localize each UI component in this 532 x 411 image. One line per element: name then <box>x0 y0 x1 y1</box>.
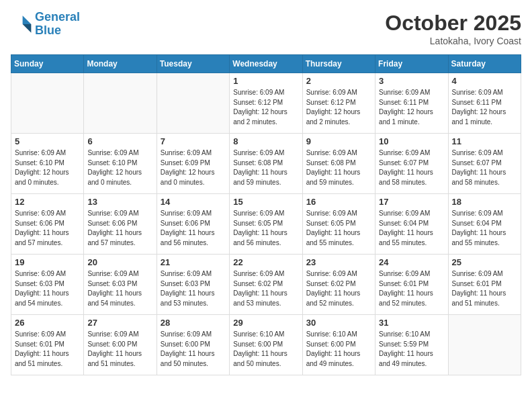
day-info: Sunrise: 6:09 AM Sunset: 6:11 PM Dayligh… <box>452 88 517 127</box>
day-info: Sunrise: 6:09 AM Sunset: 6:07 PM Dayligh… <box>379 148 444 187</box>
calendar-cell <box>11 73 84 134</box>
day-number: 10 <box>379 136 444 146</box>
day-info: Sunrise: 6:09 AM Sunset: 6:01 PM Dayligh… <box>379 269 444 308</box>
logo-text: General Blue <box>35 11 80 38</box>
calendar-cell: 11Sunrise: 6:09 AM Sunset: 6:07 PM Dayli… <box>448 134 521 194</box>
day-number: 20 <box>87 257 152 267</box>
title-area: October 2025 Latokaha, Ivory Coast <box>385 11 521 46</box>
day-number: 7 <box>161 136 226 146</box>
calendar-cell: 24Sunrise: 6:09 AM Sunset: 6:01 PM Dayli… <box>375 255 448 315</box>
days-of-week-row: SundayMondayTuesdayWednesdayThursdayFrid… <box>11 55 521 73</box>
day-number: 22 <box>233 257 298 267</box>
calendar-cell: 5Sunrise: 6:09 AM Sunset: 6:10 PM Daylig… <box>11 134 84 194</box>
calendar-cell: 3Sunrise: 6:09 AM Sunset: 6:11 PM Daylig… <box>375 73 448 134</box>
day-info: Sunrise: 6:09 AM Sunset: 6:07 PM Dayligh… <box>452 148 517 187</box>
day-number: 2 <box>306 76 371 86</box>
calendar-cell: 19Sunrise: 6:09 AM Sunset: 6:03 PM Dayli… <box>11 255 84 315</box>
day-number: 29 <box>233 318 298 328</box>
day-info: Sunrise: 6:09 AM Sunset: 6:00 PM Dayligh… <box>87 330 152 369</box>
day-number: 16 <box>306 197 371 207</box>
day-info: Sunrise: 6:09 AM Sunset: 6:03 PM Dayligh… <box>87 269 152 308</box>
day-info: Sunrise: 6:09 AM Sunset: 6:09 PM Dayligh… <box>161 148 226 187</box>
day-info: Sunrise: 6:09 AM Sunset: 6:01 PM Dayligh… <box>15 330 80 369</box>
logo: General Blue <box>11 11 80 38</box>
day-info: Sunrise: 6:10 AM Sunset: 6:00 PM Dayligh… <box>233 330 298 369</box>
calendar-table: SundayMondayTuesdayWednesdayThursdayFrid… <box>11 54 521 375</box>
day-info: Sunrise: 6:09 AM Sunset: 6:08 PM Dayligh… <box>233 148 298 187</box>
calendar-cell: 21Sunrise: 6:09 AM Sunset: 6:03 PM Dayli… <box>157 255 229 315</box>
calendar-cell: 26Sunrise: 6:09 AM Sunset: 6:01 PM Dayli… <box>11 315 84 375</box>
calendar-cell: 2Sunrise: 6:09 AM Sunset: 6:12 PM Daylig… <box>302 73 375 134</box>
calendar-cell: 12Sunrise: 6:09 AM Sunset: 6:06 PM Dayli… <box>11 194 84 255</box>
day-info: Sunrise: 6:09 AM Sunset: 6:00 PM Dayligh… <box>161 330 226 369</box>
day-of-week-header: Saturday <box>448 55 521 73</box>
day-number: 31 <box>379 318 444 328</box>
day-number: 25 <box>452 257 517 267</box>
day-info: Sunrise: 6:09 AM Sunset: 6:03 PM Dayligh… <box>161 269 226 308</box>
calendar-cell: 22Sunrise: 6:09 AM Sunset: 6:02 PM Dayli… <box>230 255 302 315</box>
calendar-header: SundayMondayTuesdayWednesdayThursdayFrid… <box>11 55 521 73</box>
day-number: 1 <box>233 76 298 86</box>
day-number: 27 <box>87 318 152 328</box>
day-info: Sunrise: 6:09 AM Sunset: 6:04 PM Dayligh… <box>452 209 517 248</box>
calendar-cell: 30Sunrise: 6:10 AM Sunset: 6:00 PM Dayli… <box>302 315 375 375</box>
calendar-cell <box>448 315 521 375</box>
calendar-cell: 10Sunrise: 6:09 AM Sunset: 6:07 PM Dayli… <box>375 134 448 194</box>
day-info: Sunrise: 6:09 AM Sunset: 6:12 PM Dayligh… <box>306 88 371 127</box>
calendar-cell <box>157 73 229 134</box>
calendar-cell: 4Sunrise: 6:09 AM Sunset: 6:11 PM Daylig… <box>448 73 521 134</box>
day-info: Sunrise: 6:09 AM Sunset: 6:03 PM Dayligh… <box>15 269 80 308</box>
calendar-cell: 23Sunrise: 6:09 AM Sunset: 6:02 PM Dayli… <box>302 255 375 315</box>
day-number: 9 <box>306 136 371 146</box>
day-info: Sunrise: 6:09 AM Sunset: 6:10 PM Dayligh… <box>15 148 80 187</box>
logo-icon <box>11 13 32 35</box>
calendar-cell: 8Sunrise: 6:09 AM Sunset: 6:08 PM Daylig… <box>230 134 302 194</box>
day-of-week-header: Sunday <box>11 55 84 73</box>
day-info: Sunrise: 6:10 AM Sunset: 5:59 PM Dayligh… <box>379 330 444 369</box>
day-number: 12 <box>15 197 80 207</box>
week-row: 1Sunrise: 6:09 AM Sunset: 6:12 PM Daylig… <box>11 73 521 134</box>
week-row: 26Sunrise: 6:09 AM Sunset: 6:01 PM Dayli… <box>11 315 521 375</box>
day-number: 18 <box>452 197 517 207</box>
day-info: Sunrise: 6:09 AM Sunset: 6:06 PM Dayligh… <box>161 209 226 248</box>
day-of-week-header: Thursday <box>302 55 375 73</box>
month-title: October 2025 <box>385 11 521 36</box>
calendar-cell <box>84 73 157 134</box>
day-number: 14 <box>161 197 226 207</box>
day-number: 13 <box>87 197 152 207</box>
day-number: 24 <box>379 257 444 267</box>
calendar-cell: 28Sunrise: 6:09 AM Sunset: 6:00 PM Dayli… <box>157 315 229 375</box>
week-row: 12Sunrise: 6:09 AM Sunset: 6:06 PM Dayli… <box>11 194 521 255</box>
day-info: Sunrise: 6:09 AM Sunset: 6:04 PM Dayligh… <box>379 209 444 248</box>
svg-marker-1 <box>23 24 32 33</box>
day-number: 3 <box>379 76 444 86</box>
day-of-week-header: Tuesday <box>157 55 229 73</box>
day-number: 23 <box>306 257 371 267</box>
day-number: 19 <box>15 257 80 267</box>
calendar-cell: 9Sunrise: 6:09 AM Sunset: 6:08 PM Daylig… <box>302 134 375 194</box>
calendar-cell: 18Sunrise: 6:09 AM Sunset: 6:04 PM Dayli… <box>448 194 521 255</box>
svg-marker-0 <box>23 15 32 24</box>
day-number: 4 <box>452 76 517 86</box>
calendar-cell: 14Sunrise: 6:09 AM Sunset: 6:06 PM Dayli… <box>157 194 229 255</box>
calendar-cell: 20Sunrise: 6:09 AM Sunset: 6:03 PM Dayli… <box>84 255 157 315</box>
week-row: 5Sunrise: 6:09 AM Sunset: 6:10 PM Daylig… <box>11 134 521 194</box>
page-header: General Blue October 2025 Latokaha, Ivor… <box>11 11 521 46</box>
day-number: 21 <box>161 257 226 267</box>
day-info: Sunrise: 6:09 AM Sunset: 6:02 PM Dayligh… <box>233 269 298 308</box>
day-info: Sunrise: 6:10 AM Sunset: 6:00 PM Dayligh… <box>306 330 371 369</box>
calendar-cell: 29Sunrise: 6:10 AM Sunset: 6:00 PM Dayli… <box>230 315 302 375</box>
calendar-cell: 25Sunrise: 6:09 AM Sunset: 6:01 PM Dayli… <box>448 255 521 315</box>
day-info: Sunrise: 6:09 AM Sunset: 6:05 PM Dayligh… <box>233 209 298 248</box>
day-number: 30 <box>306 318 371 328</box>
day-of-week-header: Friday <box>375 55 448 73</box>
day-of-week-header: Monday <box>84 55 157 73</box>
calendar-cell: 13Sunrise: 6:09 AM Sunset: 6:06 PM Dayli… <box>84 194 157 255</box>
day-number: 8 <box>233 136 298 146</box>
day-number: 6 <box>87 136 152 146</box>
day-number: 28 <box>161 318 226 328</box>
calendar-cell: 31Sunrise: 6:10 AM Sunset: 5:59 PM Dayli… <box>375 315 448 375</box>
day-number: 5 <box>15 136 80 146</box>
day-number: 11 <box>452 136 517 146</box>
week-row: 19Sunrise: 6:09 AM Sunset: 6:03 PM Dayli… <box>11 255 521 315</box>
